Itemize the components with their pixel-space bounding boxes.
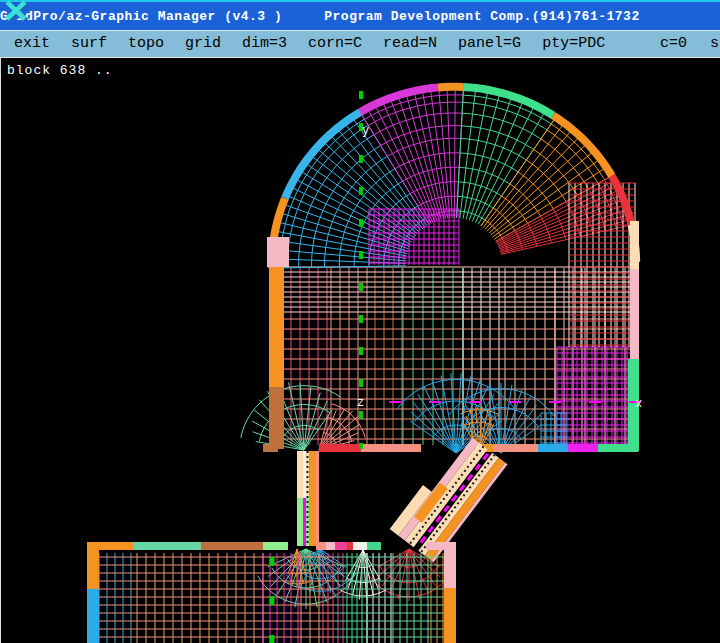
menu-item-s[interactable]: s — [710, 31, 719, 57]
menu-item-corn-c[interactable]: corn=C — [308, 35, 362, 52]
block-count-status: block 638 .. — [7, 63, 113, 78]
x-axis-label: x — [635, 397, 642, 411]
menu-item-grid[interactable]: grid — [185, 35, 221, 52]
window-menu-icon[interactable] — [4, 0, 30, 24]
menu-item-panel-g[interactable]: panel=G — [458, 35, 521, 52]
menu-item-dim-3[interactable]: dim=3 — [242, 35, 287, 52]
graphics-canvas[interactable]: block 638 .. y z x — [0, 57, 720, 643]
y-axis-label: y — [362, 124, 369, 138]
menu-item-read-n[interactable]: read=N — [383, 35, 437, 52]
menu-item-surf[interactable]: surf — [71, 35, 107, 52]
z-axis-label: z — [357, 396, 364, 410]
window-title: GridPro/az-Graphic Manager (v4.3 ) — [0, 9, 282, 24]
menu-item-topo[interactable]: topo — [128, 35, 164, 52]
menu-item-pty-pdc[interactable]: pty=PDC — [542, 35, 605, 52]
company-label: Program Development Comp.(914)761-1732 — [324, 9, 639, 24]
menu-item-c-0[interactable]: c=0 — [660, 31, 687, 57]
menu-bar: exitsurftopogriddim=3corn=Cread=Npanel=G… — [0, 30, 720, 57]
mesh-viewport[interactable]: y z x — [1, 58, 719, 643]
window-titlebar: GridPro/az-Graphic Manager (v4.3 ) Progr… — [0, 0, 720, 30]
menu-item-exit[interactable]: exit — [14, 35, 50, 52]
